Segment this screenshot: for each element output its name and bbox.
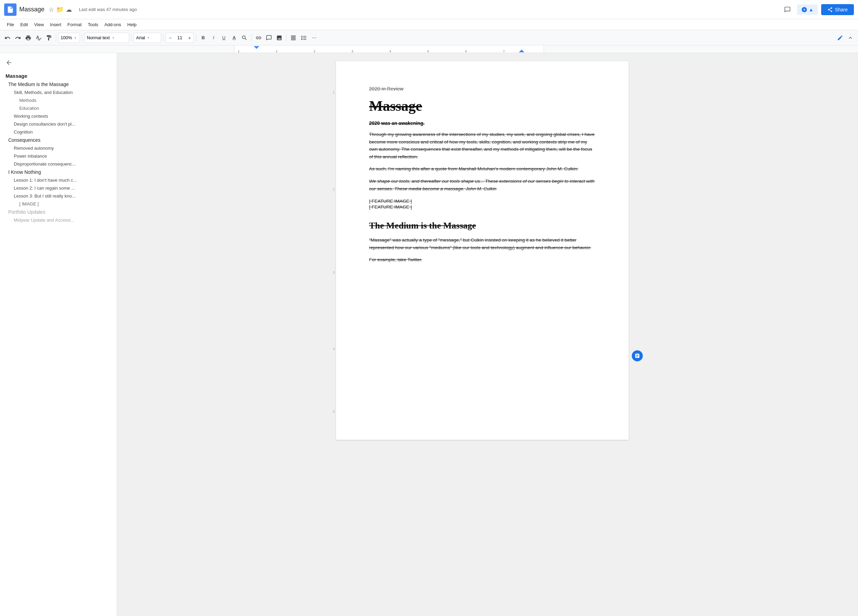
ruler: 1 1 2 3 4 5 6 7	[0, 45, 858, 53]
divider-3	[131, 34, 132, 41]
underline-button[interactable]: U	[219, 33, 228, 43]
outline-item-removed-autonomy[interactable]: Removed autonomy	[0, 144, 111, 152]
font-family-value: Arial	[136, 35, 145, 40]
paragraph-style-value: Normal text	[87, 35, 109, 40]
smart-chip-button[interactable]	[632, 350, 643, 362]
doc-section-para2: For example, take Twitter.	[369, 256, 595, 264]
font-size-decrease[interactable]: −	[166, 33, 174, 43]
main-layout: Massage The Medium is the Massage Skill,…	[0, 53, 858, 616]
top-bar: Massage ☆ 📁 ☁ Last edit was 47 minutes a…	[0, 0, 858, 19]
outline-item-know-nothing[interactable]: I Know Nothing	[0, 168, 111, 176]
ruler-mark-4: 3	[351, 50, 353, 53]
outline-item-medium-massage[interactable]: The Medium is the Massage	[0, 80, 111, 88]
editing-mode-button[interactable]	[835, 33, 845, 43]
outline-item-disproportionate[interactable]: Disproportionate consequenc...	[0, 160, 111, 168]
ruler-mark-6: 5	[427, 50, 429, 53]
top-right-controls: ▲ Share	[781, 3, 854, 16]
spell-check-button[interactable]	[34, 33, 44, 43]
outline-item-skill-methods[interactable]: Skill, Methods, and Education	[0, 88, 111, 96]
doc-section-para: "Massage" was actually a type of "messag…	[369, 236, 595, 251]
font-size-input[interactable]	[174, 35, 185, 40]
menu-edit[interactable]: Edit	[17, 21, 31, 29]
menu-help[interactable]: Help	[124, 21, 140, 29]
highlight-button[interactable]	[239, 33, 249, 43]
divider-6	[251, 34, 252, 41]
more-options-button[interactable]: ⋯	[309, 33, 319, 43]
outline-item-consequences[interactable]: Consequences	[0, 136, 111, 144]
ruler-right-indent	[519, 50, 524, 52]
last-edit-text: Last edit was 47 minutes ago	[79, 7, 779, 12]
document-area[interactable]: 1 2 3 4 5 2020 in Review Massage 2020 wa…	[117, 53, 858, 616]
bold-button[interactable]: B	[198, 33, 208, 43]
menu-format[interactable]: Format	[65, 21, 84, 29]
font-family-control[interactable]: Arial	[134, 33, 161, 43]
menu-bar: File Edit View Insert Format Tools Add-o…	[0, 19, 858, 30]
zoom-value: 100%	[61, 35, 72, 40]
share-button[interactable]: Share	[821, 4, 854, 15]
doc-bold-intro: 2020 was an awakening.	[369, 121, 595, 126]
right-margin	[629, 61, 646, 440]
text-color-button[interactable]: A	[229, 33, 239, 43]
outline-item-midyear[interactable]: Midyear Update and Accessi...	[0, 216, 111, 224]
document-title: Massage	[19, 6, 44, 13]
doc-title: Massage	[369, 98, 595, 114]
menu-file[interactable]: File	[4, 21, 17, 29]
doc-subtitle: 2020 in Review	[369, 86, 595, 92]
back-button[interactable]	[0, 57, 117, 70]
formatting-toolbar: 100% Normal text Arial − + B I U A ⋯	[0, 30, 858, 45]
line-spacing-button[interactable]	[299, 33, 308, 43]
undo-button[interactable]	[3, 33, 12, 43]
outline-item-lesson1[interactable]: Lesson 1: I don't have much c...	[0, 176, 111, 184]
divider-5	[196, 34, 196, 41]
divider-7	[286, 34, 286, 41]
collapse-toolbar-button[interactable]	[846, 33, 855, 43]
outline-item-power-inbalance[interactable]: Power inbalance	[0, 152, 111, 160]
ruler-mark-5: 4	[389, 50, 391, 53]
doc-quote: We shape our tools, and thereafter our t…	[369, 178, 595, 192]
menu-insert[interactable]: Insert	[47, 21, 64, 29]
doc-feature2: [ FEATURE IMAGE ]	[369, 205, 595, 209]
doc-para2: As such, I'm naming this after a quote f…	[369, 165, 595, 173]
document-outline-sidebar: Massage The Medium is the Massage Skill,…	[0, 53, 117, 616]
cloud-icon[interactable]: ☁	[66, 6, 72, 13]
menu-addons[interactable]: Add-ons	[101, 21, 124, 29]
menu-tools[interactable]: Tools	[85, 21, 101, 29]
outline-item-methods[interactable]: Methods	[0, 96, 111, 104]
outline-item-image[interactable]: [ IMAGE ]	[0, 200, 111, 208]
outline-item-lesson2[interactable]: Lesson 2: I can regain some ...	[0, 184, 111, 192]
app-icon	[4, 3, 17, 16]
star-icon[interactable]: ☆	[48, 6, 54, 13]
link-button[interactable]	[254, 33, 263, 43]
image-button[interactable]	[274, 33, 284, 43]
share-label: Share	[835, 7, 848, 12]
print-button[interactable]	[23, 33, 33, 43]
ruler-indent-marker	[254, 46, 259, 49]
update-button[interactable]: ▲	[797, 5, 818, 15]
outline-item-working-contexts[interactable]: Working contexts	[0, 112, 111, 120]
menu-view[interactable]: View	[31, 21, 47, 29]
align-button[interactable]	[289, 33, 298, 43]
redo-button[interactable]	[13, 33, 23, 43]
divider-4	[163, 34, 163, 41]
outline-item-education[interactable]: Education	[0, 104, 111, 112]
paragraph-style-control[interactable]: Normal text	[84, 33, 129, 43]
italic-button[interactable]: I	[209, 33, 218, 43]
history-icon[interactable]: 📁	[56, 6, 64, 13]
title-icons: ☆ 📁 ☁	[48, 6, 72, 13]
zoom-control[interactable]: 100%	[58, 33, 80, 43]
outline-item-cognition[interactable]: Cognition	[0, 128, 111, 136]
comment-button[interactable]	[264, 33, 274, 43]
ruler-mark-2: 1	[276, 50, 278, 53]
outline-item-portfolio-updates[interactable]: Portfolio Updates	[0, 208, 111, 216]
outline-item-lesson3[interactable]: Lesson 3: But I still really kno...	[0, 192, 111, 200]
font-size-control[interactable]: − +	[166, 33, 194, 43]
comments-button[interactable]	[781, 3, 794, 16]
paint-format-button[interactable]	[44, 33, 54, 43]
page-number-indicators: 1 2 3 4 5	[329, 61, 336, 440]
outline-item-massage[interactable]: Massage	[0, 71, 111, 80]
doc-para1: Through my growing awareness of the inte…	[369, 131, 595, 160]
font-size-increase[interactable]: +	[185, 33, 193, 43]
ruler-mark-7: 6	[465, 50, 467, 53]
outline-item-design-consultancies[interactable]: Design consultancies don't pl...	[0, 120, 111, 128]
document-page[interactable]: 2020 in Review Massage 2020 was an awake…	[336, 61, 629, 440]
